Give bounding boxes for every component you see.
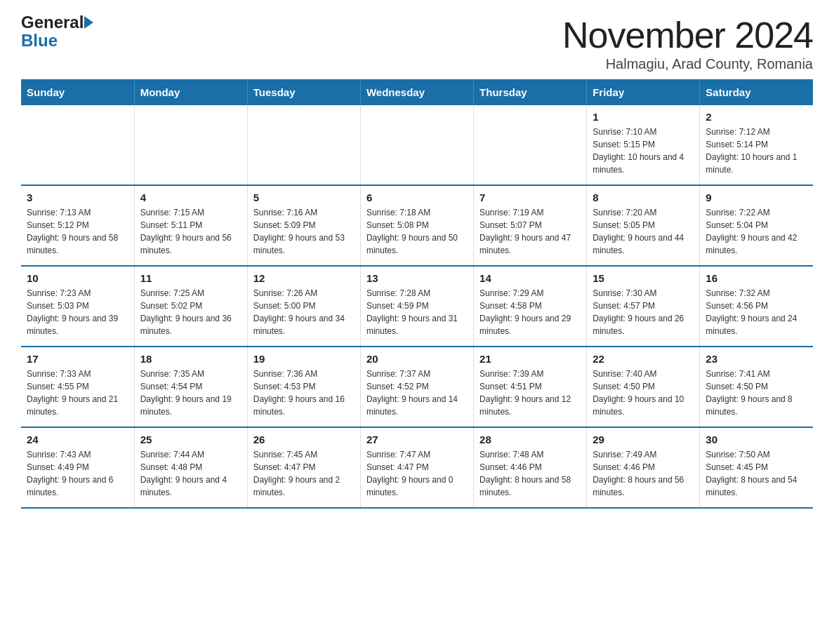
- day-number: 22: [593, 353, 694, 365]
- day-info: Sunrise: 7:22 AM Sunset: 5:04 PM Dayligh…: [706, 206, 807, 257]
- header-sunday: Sunday: [21, 79, 134, 105]
- calendar-cell: 4Sunrise: 7:15 AM Sunset: 5:11 PM Daylig…: [134, 185, 247, 266]
- day-info: Sunrise: 7:30 AM Sunset: 4:57 PM Dayligh…: [593, 287, 694, 337]
- calendar-cell: 25Sunrise: 7:44 AM Sunset: 4:48 PM Dayli…: [134, 427, 247, 508]
- calendar-cell: 28Sunrise: 7:48 AM Sunset: 4:46 PM Dayli…: [474, 427, 587, 508]
- day-number: 3: [27, 192, 128, 203]
- page-header: General Blue November 2024 Halmagiu, Ara…: [21, 14, 813, 72]
- calendar-cell: 8Sunrise: 7:20 AM Sunset: 5:05 PM Daylig…: [587, 185, 700, 266]
- calendar-cell: 9Sunrise: 7:22 AM Sunset: 5:04 PM Daylig…: [700, 185, 813, 266]
- calendar-cell: 15Sunrise: 7:30 AM Sunset: 4:57 PM Dayli…: [587, 266, 700, 347]
- day-number: 11: [140, 272, 241, 284]
- day-info: Sunrise: 7:13 AM Sunset: 5:12 PM Dayligh…: [27, 206, 128, 257]
- title-area: November 2024 Halmagiu, Arad County, Rom…: [562, 14, 813, 72]
- calendar-week-1: 1Sunrise: 7:10 AM Sunset: 5:15 PM Daylig…: [21, 105, 813, 185]
- day-number: 4: [140, 192, 241, 203]
- header-friday: Friday: [587, 79, 700, 105]
- month-title: November 2024: [562, 14, 813, 56]
- day-number: 21: [479, 353, 581, 365]
- day-info: Sunrise: 7:19 AM Sunset: 5:07 PM Dayligh…: [479, 206, 581, 257]
- day-number: 23: [706, 353, 807, 365]
- calendar-cell: [247, 105, 360, 185]
- header-tuesday: Tuesday: [247, 79, 360, 105]
- calendar-cell: [360, 105, 473, 185]
- calendar-cell: 5Sunrise: 7:16 AM Sunset: 5:09 PM Daylig…: [247, 185, 360, 266]
- calendar-cell: 11Sunrise: 7:25 AM Sunset: 5:02 PM Dayli…: [134, 266, 247, 347]
- day-number: 2: [706, 111, 807, 123]
- calendar-cell: 27Sunrise: 7:47 AM Sunset: 4:47 PM Dayli…: [360, 427, 473, 508]
- day-number: 18: [140, 353, 241, 365]
- calendar-cell: 29Sunrise: 7:49 AM Sunset: 4:46 PM Dayli…: [587, 427, 700, 508]
- day-number: 12: [253, 272, 355, 284]
- calendar-cell: 20Sunrise: 7:37 AM Sunset: 4:52 PM Dayli…: [360, 347, 473, 427]
- day-number: 5: [253, 192, 355, 203]
- day-info: Sunrise: 7:32 AM Sunset: 4:56 PM Dayligh…: [706, 287, 807, 337]
- calendar-cell: 18Sunrise: 7:35 AM Sunset: 4:54 PM Dayli…: [134, 347, 247, 427]
- logo: General: [21, 14, 93, 31]
- day-number: 14: [479, 272, 581, 284]
- day-number: 8: [593, 192, 694, 203]
- calendar-cell: [134, 105, 247, 185]
- calendar-week-4: 17Sunrise: 7:33 AM Sunset: 4:55 PM Dayli…: [21, 347, 813, 427]
- logo-blue: Blue: [21, 31, 58, 51]
- day-info: Sunrise: 7:16 AM Sunset: 5:09 PM Dayligh…: [253, 206, 355, 257]
- calendar-cell: 22Sunrise: 7:40 AM Sunset: 4:50 PM Dayli…: [587, 347, 700, 427]
- day-info: Sunrise: 7:18 AM Sunset: 5:08 PM Dayligh…: [366, 206, 468, 257]
- day-info: Sunrise: 7:49 AM Sunset: 4:46 PM Dayligh…: [593, 448, 694, 499]
- calendar-week-3: 10Sunrise: 7:23 AM Sunset: 5:03 PM Dayli…: [21, 266, 813, 347]
- calendar-cell: 16Sunrise: 7:32 AM Sunset: 4:56 PM Dayli…: [700, 266, 813, 347]
- calendar-cell: 3Sunrise: 7:13 AM Sunset: 5:12 PM Daylig…: [21, 185, 134, 266]
- day-number: 16: [706, 272, 807, 284]
- header-wednesday: Wednesday: [360, 79, 473, 105]
- calendar-cell: 6Sunrise: 7:18 AM Sunset: 5:08 PM Daylig…: [360, 185, 473, 266]
- calendar-header: Sunday Monday Tuesday Wednesday Thursday…: [21, 79, 813, 105]
- day-number: 27: [366, 434, 468, 445]
- day-info: Sunrise: 7:28 AM Sunset: 4:59 PM Dayligh…: [366, 287, 468, 337]
- day-info: Sunrise: 7:47 AM Sunset: 4:47 PM Dayligh…: [366, 448, 468, 499]
- day-info: Sunrise: 7:37 AM Sunset: 4:52 PM Dayligh…: [366, 368, 468, 418]
- day-info: Sunrise: 7:44 AM Sunset: 4:48 PM Dayligh…: [140, 448, 241, 499]
- day-number: 10: [27, 272, 128, 284]
- location-title: Halmagiu, Arad County, Romania: [562, 56, 813, 72]
- header-thursday: Thursday: [474, 79, 587, 105]
- calendar-cell: 30Sunrise: 7:50 AM Sunset: 4:45 PM Dayli…: [700, 427, 813, 508]
- header-saturday: Saturday: [700, 79, 813, 105]
- day-info: Sunrise: 7:15 AM Sunset: 5:11 PM Dayligh…: [140, 206, 241, 257]
- day-info: Sunrise: 7:26 AM Sunset: 5:00 PM Dayligh…: [253, 287, 355, 337]
- day-number: 26: [253, 434, 355, 445]
- day-info: Sunrise: 7:20 AM Sunset: 5:05 PM Dayligh…: [593, 206, 694, 257]
- day-info: Sunrise: 7:50 AM Sunset: 4:45 PM Dayligh…: [706, 448, 807, 499]
- day-info: Sunrise: 7:48 AM Sunset: 4:46 PM Dayligh…: [479, 448, 581, 499]
- logo-triangle-icon: [84, 16, 93, 29]
- calendar-cell: 24Sunrise: 7:43 AM Sunset: 4:49 PM Dayli…: [21, 427, 134, 508]
- calendar-cell: 7Sunrise: 7:19 AM Sunset: 5:07 PM Daylig…: [474, 185, 587, 266]
- calendar-week-2: 3Sunrise: 7:13 AM Sunset: 5:12 PM Daylig…: [21, 185, 813, 266]
- day-number: 20: [366, 353, 468, 365]
- logo-text: General: [21, 14, 93, 31]
- day-number: 30: [706, 434, 807, 445]
- day-number: 15: [593, 272, 694, 284]
- calendar-cell: 10Sunrise: 7:23 AM Sunset: 5:03 PM Dayli…: [21, 266, 134, 347]
- calendar-cell: [474, 105, 587, 185]
- day-info: Sunrise: 7:45 AM Sunset: 4:47 PM Dayligh…: [253, 448, 355, 499]
- day-number: 29: [593, 434, 694, 445]
- calendar-table: Sunday Monday Tuesday Wednesday Thursday…: [21, 79, 813, 509]
- day-number: 25: [140, 434, 241, 445]
- day-info: Sunrise: 7:41 AM Sunset: 4:50 PM Dayligh…: [706, 368, 807, 418]
- day-info: Sunrise: 7:33 AM Sunset: 4:55 PM Dayligh…: [27, 368, 128, 418]
- day-number: 24: [27, 434, 128, 445]
- calendar-week-5: 24Sunrise: 7:43 AM Sunset: 4:49 PM Dayli…: [21, 427, 813, 508]
- calendar-body: 1Sunrise: 7:10 AM Sunset: 5:15 PM Daylig…: [21, 105, 813, 508]
- day-info: Sunrise: 7:12 AM Sunset: 5:14 PM Dayligh…: [706, 126, 807, 176]
- day-info: Sunrise: 7:29 AM Sunset: 4:58 PM Dayligh…: [479, 287, 581, 337]
- day-info: Sunrise: 7:39 AM Sunset: 4:51 PM Dayligh…: [479, 368, 581, 418]
- day-number: 17: [27, 353, 128, 365]
- day-info: Sunrise: 7:36 AM Sunset: 4:53 PM Dayligh…: [253, 368, 355, 418]
- day-number: 28: [479, 434, 581, 445]
- day-info: Sunrise: 7:43 AM Sunset: 4:49 PM Dayligh…: [27, 448, 128, 499]
- calendar-cell: 23Sunrise: 7:41 AM Sunset: 4:50 PM Dayli…: [700, 347, 813, 427]
- calendar-cell: 26Sunrise: 7:45 AM Sunset: 4:47 PM Dayli…: [247, 427, 360, 508]
- logo-general: General: [21, 13, 84, 32]
- calendar-cell: 19Sunrise: 7:36 AM Sunset: 4:53 PM Dayli…: [247, 347, 360, 427]
- day-info: Sunrise: 7:23 AM Sunset: 5:03 PM Dayligh…: [27, 287, 128, 337]
